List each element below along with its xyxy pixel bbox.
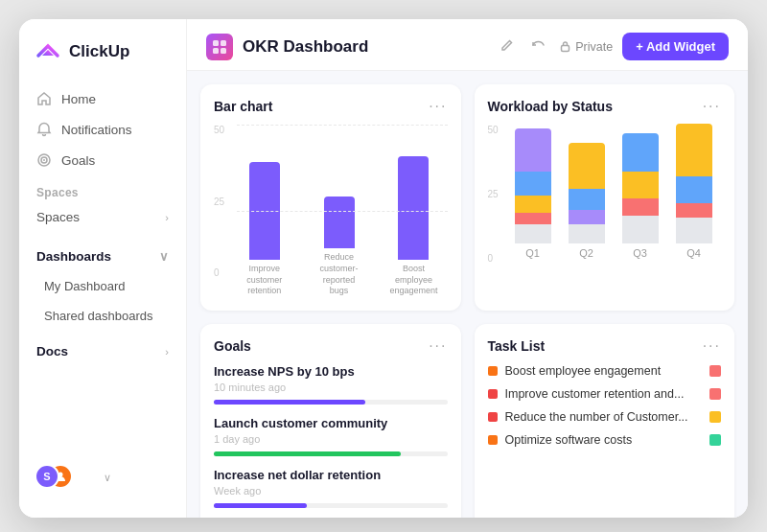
goal-track-3 bbox=[214, 503, 448, 508]
q1-seg1 bbox=[515, 128, 551, 172]
notifications-label: Notifications bbox=[61, 123, 132, 137]
task-name-3: Reduce the number of Customer... bbox=[505, 410, 703, 424]
dashboard-grid: Bar chart ··· 50 25 0 bbox=[187, 71, 748, 518]
task-item-4: Optimize software costs bbox=[488, 433, 722, 447]
goals-label: Goals bbox=[61, 153, 95, 168]
sidebar-item-my-dashboard[interactable]: My Dashboard bbox=[27, 272, 178, 300]
task-dot-2 bbox=[488, 389, 498, 399]
w-y-50: 50 bbox=[488, 125, 499, 135]
q3-label: Q3 bbox=[633, 247, 647, 259]
bar-group-3: Boost employeeengagement bbox=[389, 156, 437, 297]
docs-label: Docs bbox=[36, 344, 155, 359]
sidebar-item-shared-dashboards[interactable]: Shared dashboards bbox=[27, 302, 178, 330]
task-name-2: Improve customer retention and... bbox=[505, 387, 703, 401]
grid-line-top bbox=[237, 125, 448, 126]
sidebar-item-home[interactable]: Home bbox=[27, 84, 178, 113]
avatar-primary: S bbox=[35, 464, 59, 489]
q3-bar bbox=[622, 133, 659, 243]
goal-track-2 bbox=[214, 451, 448, 456]
workload-bars: Q1 Q2 bbox=[488, 125, 722, 259]
workload-chart-area: 50 25 0 bbox=[488, 125, 722, 283]
grid-icon bbox=[212, 39, 227, 55]
spaces-nav: Spaces › bbox=[19, 203, 186, 231]
sidebar-nav: Home Notifications Goals bbox=[19, 84, 186, 174]
sidebar-item-docs[interactable]: Docs › bbox=[27, 337, 178, 365]
task-dot-1 bbox=[488, 366, 498, 376]
sidebar-item-notifications[interactable]: Notifications bbox=[27, 115, 178, 144]
spaces-label: Spaces bbox=[36, 210, 155, 224]
q4-bar bbox=[676, 124, 712, 243]
bar-group-1: Improve customerretention bbox=[241, 162, 289, 297]
bar-label-2: Reduce customer-reported bugs bbox=[315, 252, 363, 297]
goals-menu[interactable]: ··· bbox=[429, 337, 447, 355]
bar-label-1: Improve customerretention bbox=[241, 264, 289, 297]
spaces-item[interactable]: Spaces › bbox=[27, 203, 178, 231]
q4-label: Q4 bbox=[686, 247, 701, 259]
workload-menu[interactable]: ··· bbox=[703, 98, 721, 115]
task-flag-1 bbox=[709, 365, 721, 377]
home-label: Home bbox=[61, 92, 96, 106]
user-menu-chevron[interactable]: ∨ bbox=[104, 472, 111, 484]
task-flag-4 bbox=[709, 434, 721, 446]
shared-dashboards-label: Shared dashboards bbox=[44, 309, 152, 323]
svg-rect-6 bbox=[213, 48, 219, 54]
bar-2 bbox=[324, 197, 355, 248]
bar-chart-card: Bar chart ··· 50 25 0 bbox=[200, 84, 461, 311]
sidebar-item-dashboards[interactable]: Dashboards ∨ bbox=[27, 243, 178, 270]
bar-chart-bars: Improve customerretention Reduce custome… bbox=[214, 125, 448, 297]
refresh-icon bbox=[531, 38, 546, 53]
goal-fill-2 bbox=[214, 451, 401, 456]
logo: ClickUp bbox=[19, 35, 186, 84]
dashboards-chevron: ∨ bbox=[159, 249, 169, 264]
goals-card: Goals ··· Increase NPS by 10 bps 10 minu… bbox=[200, 324, 461, 518]
goal-time-1: 10 minutes ago bbox=[214, 382, 448, 393]
private-label: Private bbox=[575, 40, 613, 54]
spaces-chevron: › bbox=[165, 212, 169, 223]
grid-line-mid bbox=[237, 211, 448, 212]
goal-time-3: Week ago bbox=[214, 485, 448, 497]
task-item-2: Improve customer retention and... bbox=[488, 387, 722, 401]
svg-rect-4 bbox=[213, 40, 219, 46]
goal-track-1 bbox=[214, 400, 448, 405]
bar-chart-menu[interactable]: ··· bbox=[429, 98, 447, 115]
home-icon bbox=[36, 91, 52, 106]
q3-seg3 bbox=[622, 198, 659, 216]
task-list-menu[interactable]: ··· bbox=[703, 337, 721, 355]
workload-bar-q4: Q4 bbox=[676, 124, 712, 259]
q4-seg2 bbox=[676, 176, 712, 203]
bar-chart-header: Bar chart ··· bbox=[214, 98, 448, 115]
q2-seg1 bbox=[569, 143, 605, 189]
goal-name-1: Increase NPS by 10 bps bbox=[214, 364, 448, 379]
logo-text: ClickUp bbox=[69, 42, 129, 61]
task-dot-3 bbox=[488, 412, 498, 422]
workload-chart-card: Workload by Status ··· 50 25 0 bbox=[475, 84, 735, 311]
add-widget-button[interactable]: + Add Widget bbox=[622, 33, 729, 60]
private-indicator: Private bbox=[559, 40, 613, 54]
sidebar-item-goals[interactable]: Goals bbox=[27, 146, 178, 174]
q3-seg4 bbox=[622, 216, 659, 243]
task-dot-4 bbox=[488, 435, 498, 445]
task-name-4: Optimize software costs bbox=[505, 433, 703, 447]
workload-yaxis: 50 25 0 bbox=[488, 125, 499, 264]
q2-seg3 bbox=[569, 210, 605, 224]
bar-chart-area: 50 25 0 Improve customerretention bbox=[214, 125, 448, 297]
topbar: OKR Dashboard bbox=[187, 19, 748, 71]
edit-button[interactable] bbox=[496, 35, 518, 59]
q4-seg1 bbox=[676, 124, 712, 176]
task-item-1: Boost employee engagement bbox=[488, 364, 722, 378]
workload-bar-q1: Q1 bbox=[515, 128, 551, 259]
avatar-group: S bbox=[35, 464, 77, 491]
avatar-initial: S bbox=[43, 471, 50, 482]
workload-header: Workload by Status ··· bbox=[488, 98, 722, 115]
target-icon bbox=[36, 152, 52, 168]
workload-bar-q3: Q3 bbox=[622, 133, 659, 259]
bar-chart-title: Bar chart bbox=[214, 99, 272, 114]
goals-title: Goals bbox=[214, 338, 251, 354]
dashboard-title: OKR Dashboard bbox=[243, 37, 486, 57]
q1-bar bbox=[515, 128, 551, 243]
refresh-button[interactable] bbox=[527, 35, 549, 59]
goal-fill-3 bbox=[214, 503, 307, 508]
task-item-3: Reduce the number of Customer... bbox=[488, 410, 722, 424]
q3-seg1 bbox=[622, 133, 659, 172]
bar-label-3: Boost employeeengagement bbox=[389, 264, 437, 297]
